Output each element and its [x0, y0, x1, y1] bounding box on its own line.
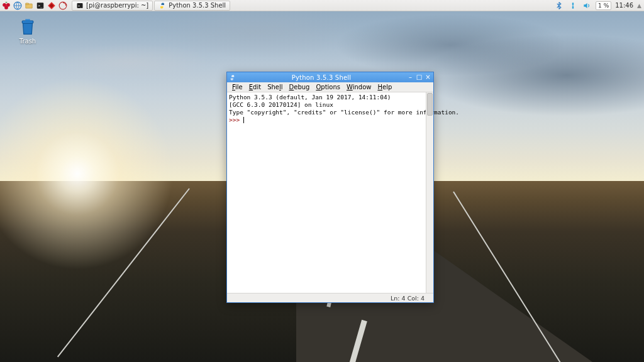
- terminal-launcher-icon[interactable]: >_: [35, 1, 45, 11]
- svg-text:>_: >_: [38, 3, 43, 8]
- battery-indicator[interactable]: 1 %: [596, 1, 611, 10]
- svg-point-2: [4, 6, 8, 9]
- window-minimize-button[interactable]: –: [407, 74, 414, 81]
- shell-prompt: >>>: [229, 116, 243, 123]
- browser-icon[interactable]: [13, 1, 23, 11]
- menu-debug[interactable]: Debug: [286, 83, 313, 91]
- shell-text-area[interactable]: Python 3.5.3 (default, Jan 19 2017, 14:1…: [227, 92, 433, 293]
- taskbar-task-terminal[interactable]: >_ [pi@raspberrypi: ~]: [72, 1, 153, 11]
- terminal-icon: >_: [76, 2, 84, 9]
- svg-rect-17: [25, 19, 30, 21]
- taskbar-task-label: Python 3.5.3 Shell: [169, 2, 226, 9]
- taskbar-task-python-shell[interactable]: Python 3.5.3 Shell: [154, 1, 230, 11]
- shell-banner-line: [GCC 6.3.0 20170124] on linux: [229, 101, 333, 108]
- clock[interactable]: 11:46: [615, 2, 633, 9]
- taskbar: >_ >_ [pi@raspberrypi: ~] Python 3.5.3 S…: [0, 0, 644, 11]
- utility-icon[interactable]: [58, 1, 68, 11]
- shell-banner-line: Python 3.5.3 (default, Jan 19 2017, 14:1…: [229, 94, 391, 101]
- vertical-scrollbar[interactable]: [426, 92, 433, 293]
- svg-rect-15: [573, 4, 574, 6]
- shell-banner-line: Type "copyright", "credits" or "license(…: [229, 109, 459, 116]
- scrollbar-thumb[interactable]: [427, 93, 433, 116]
- menu-edit[interactable]: Edit: [246, 83, 264, 91]
- python-icon: [158, 2, 166, 9]
- svg-rect-13: [572, 3, 574, 5]
- volume-icon[interactable]: [582, 1, 592, 11]
- text-cursor: [243, 117, 244, 123]
- svg-rect-5: [26, 3, 29, 4]
- system-tray: 1 % 11:46 ▲: [554, 1, 643, 11]
- svg-rect-14: [572, 6, 574, 9]
- taskbar-task-label: [pi@raspberrypi: ~]: [86, 2, 148, 9]
- cursor-position: Ln: 4 Col: 4: [391, 295, 425, 302]
- python-shell-window: Python 3.5.3 Shell – □ × File Edit Shell…: [226, 72, 434, 303]
- mathematica-icon[interactable]: [47, 1, 57, 11]
- bluetooth-icon[interactable]: [554, 1, 564, 11]
- window-maximize-button[interactable]: □: [416, 74, 423, 81]
- desktop-icon-trash[interactable]: Trash: [13, 18, 43, 45]
- statusbar: Ln: 4 Col: 4: [227, 293, 433, 302]
- menubar: File Edit Shell Debug Options Window Hel…: [227, 82, 433, 92]
- menu-file[interactable]: File: [229, 83, 246, 91]
- menu-shell[interactable]: Shell: [264, 83, 286, 91]
- menu-options[interactable]: Options: [313, 83, 343, 91]
- tray-overflow-icon[interactable]: ▲: [637, 3, 641, 9]
- start-menu-icon[interactable]: [1, 1, 11, 11]
- window-title: Python 3.5.3 Shell: [238, 74, 404, 81]
- python-icon: [229, 74, 236, 81]
- network-icon[interactable]: [568, 1, 578, 11]
- window-close-button[interactable]: ×: [425, 74, 431, 81]
- desktop-icon-label: Trash: [13, 38, 43, 45]
- menu-help[interactable]: Help: [374, 83, 395, 91]
- battery-percent: 1 %: [598, 3, 609, 9]
- svg-rect-16: [22, 21, 33, 23]
- file-manager-icon[interactable]: [24, 1, 34, 11]
- svg-text:>_: >_: [78, 3, 82, 8]
- window-titlebar[interactable]: Python 3.5.3 Shell – □ ×: [227, 72, 433, 82]
- trash-icon: [18, 31, 37, 38]
- menu-window[interactable]: Window: [343, 83, 374, 91]
